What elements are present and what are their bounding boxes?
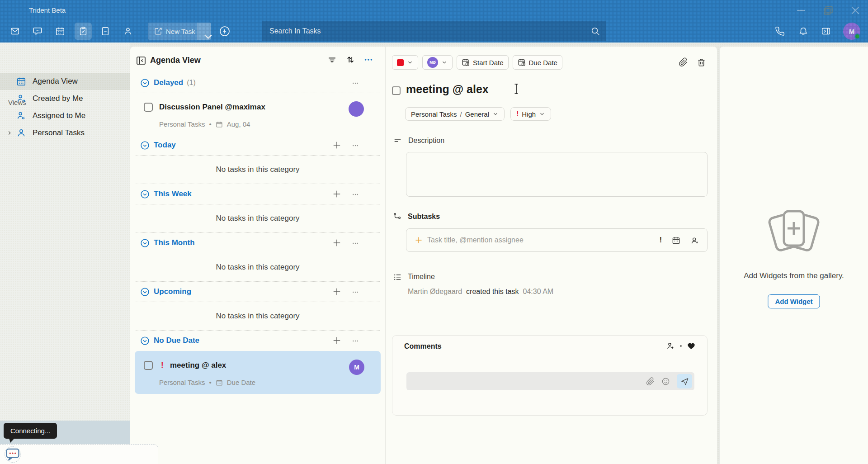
subtask-title-input[interactable] — [427, 236, 660, 244]
add-task-icon[interactable] — [332, 287, 341, 296]
window-close-button[interactable] — [846, 5, 864, 16]
call-icon[interactable] — [775, 26, 785, 36]
delete-task-icon[interactable] — [697, 57, 706, 67]
section-title: No Due Date — [154, 336, 199, 345]
add-widget-button[interactable]: Add Widget — [768, 294, 820, 308]
chevron-circle-down-icon[interactable] — [140, 238, 150, 248]
divider — [136, 253, 380, 253]
meta-separator-dot: • — [209, 120, 211, 128]
assignee-dropdown-button[interactable]: MØ — [422, 55, 453, 70]
section-title: This Month — [154, 238, 195, 247]
subtask-assignee-icon[interactable] — [690, 236, 699, 245]
task-row-selected[interactable]: ! meeting @ alex M Personal Tasks• Due D… — [135, 351, 381, 394]
search-bar[interactable] — [262, 21, 606, 41]
add-task-icon[interactable] — [332, 336, 341, 345]
chevron-down-icon — [407, 59, 413, 66]
due-date-button[interactable]: Due Date — [513, 55, 562, 70]
window-restore-button[interactable] — [819, 5, 837, 16]
start-date-button[interactable]: Start Date — [457, 55, 509, 70]
emoji-icon[interactable] — [661, 377, 670, 386]
divider — [136, 204, 380, 204]
separator-dot — [680, 345, 682, 347]
chevron-circle-down-icon[interactable] — [140, 78, 150, 88]
sidebar-item-agenda-view[interactable]: Agenda View — [0, 73, 130, 90]
section-count: (1) — [187, 79, 196, 86]
detail-task-checkbox[interactable] — [392, 86, 401, 95]
section-more-icon[interactable] — [351, 289, 360, 296]
chevron-circle-down-icon[interactable] — [140, 189, 150, 199]
priority-red-square-icon — [397, 59, 404, 66]
chevron-circle-down-icon[interactable] — [140, 336, 150, 346]
list-breadcrumb-chip[interactable]: Personal Tasks / General — [405, 107, 505, 121]
divider — [136, 232, 380, 233]
chevron-down-icon — [441, 59, 448, 66]
chevron-circle-down-icon[interactable] — [140, 141, 150, 150]
quick-actions-icon[interactable] — [219, 26, 230, 37]
calendar-icon[interactable] — [55, 26, 65, 36]
task-checkbox[interactable] — [144, 361, 153, 370]
notifications-bell-icon[interactable] — [798, 26, 808, 36]
section-more-icon[interactable] — [351, 337, 360, 345]
task-title: Discussion Panel @maximax — [159, 103, 265, 112]
sidebar-item-personal-tasks[interactable]: Personal Tasks — [0, 124, 130, 142]
search-input[interactable] — [269, 27, 581, 35]
section-more-icon[interactable] — [351, 142, 360, 149]
task-assignee-avatar[interactable]: M — [349, 360, 364, 375]
detail-task-title[interactable]: meeting @ alex — [406, 83, 489, 96]
task-row[interactable]: Discussion Panel @maximax Personal Tasks… — [135, 94, 381, 134]
divider — [136, 281, 380, 282]
section-more-icon[interactable] — [351, 191, 360, 198]
chevron-right-icon[interactable] — [6, 130, 13, 136]
hamburger-menu-icon[interactable] — [9, 6, 22, 15]
chat-bubble-icon[interactable] — [5, 446, 21, 463]
calendar-clock-icon — [462, 58, 470, 66]
chevron-circle-down-icon[interactable] — [140, 287, 150, 297]
subtask-priority-icon[interactable]: ! — [660, 236, 662, 244]
comment-input-bar[interactable] — [406, 372, 694, 390]
comment-input[interactable] — [412, 378, 646, 385]
add-subtask-plus-icon — [415, 236, 423, 244]
window-minimize-button[interactable] — [792, 5, 810, 16]
background-window-corner — [0, 444, 158, 464]
attach-file-icon[interactable] — [679, 57, 688, 67]
comment-mention-person-icon[interactable] — [666, 342, 675, 350]
comment-attach-icon[interactable] — [646, 377, 655, 386]
new-task-dropdown-chevron[interactable] — [198, 23, 211, 40]
sidebar-item-assigned-to-me[interactable]: Assigned to Me — [0, 107, 130, 124]
section-header-this-week: This Week — [130, 185, 385, 204]
widget-gallery-message: Add Widgets from the gallery. — [720, 271, 868, 280]
app-title: Trident Beta — [29, 6, 66, 14]
notes-icon[interactable] — [100, 26, 110, 36]
empty-category-text: No tasks in this category — [130, 263, 385, 272]
more-options-icon[interactable] — [363, 55, 373, 65]
task-assignee-avatar[interactable] — [349, 101, 364, 117]
collapse-panel-icon[interactable] — [136, 55, 146, 66]
chip-separator: / — [460, 110, 462, 118]
tasks-icon[interactable] — [78, 26, 88, 36]
description-textarea[interactable] — [406, 152, 708, 197]
add-task-icon[interactable] — [332, 189, 341, 199]
subtask-date-icon[interactable] — [672, 236, 680, 245]
section-more-icon[interactable] — [351, 80, 360, 87]
sidebar-item-created-by-me[interactable]: Created by Me — [0, 90, 130, 107]
divider — [136, 330, 380, 331]
sort-icon[interactable] — [345, 55, 355, 65]
section-more-icon[interactable] — [351, 240, 360, 247]
filter-icon[interactable] — [327, 55, 337, 65]
add-task-icon[interactable] — [332, 141, 341, 150]
open-panel-icon[interactable] — [821, 26, 831, 36]
task-list-name: Personal Tasks — [159, 379, 205, 386]
task-checkbox[interactable] — [144, 103, 153, 112]
like-heart-icon[interactable] — [687, 342, 695, 350]
comments-title: Comments — [404, 342, 442, 350]
priority-chip[interactable]: ! High — [510, 107, 551, 121]
add-task-icon[interactable] — [332, 238, 341, 247]
new-task-label: New Task — [166, 28, 195, 35]
subtask-input-row[interactable]: ! — [406, 228, 708, 252]
chat-icon[interactable] — [33, 26, 42, 36]
send-comment-button[interactable] — [677, 374, 692, 388]
mail-icon[interactable] — [10, 26, 20, 36]
people-icon[interactable] — [123, 26, 133, 36]
priority-dropdown-button[interactable] — [392, 55, 418, 70]
section-header-delayed: Delayed(1) — [130, 74, 385, 93]
